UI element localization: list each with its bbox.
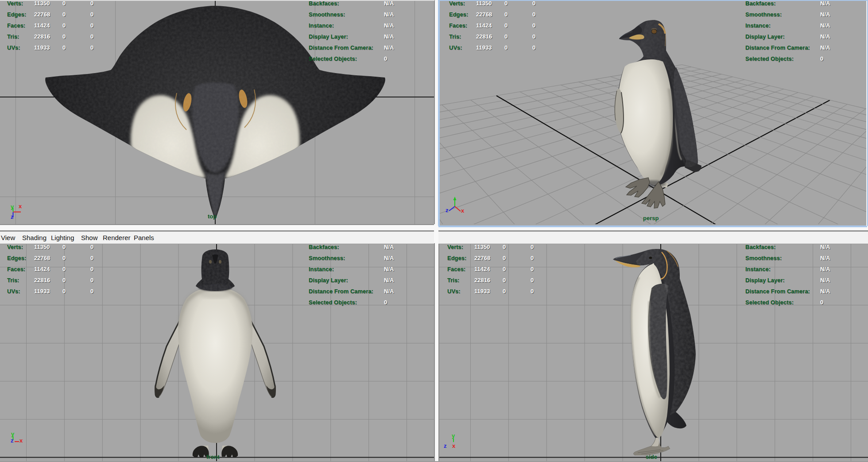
svg-text:x: x — [461, 207, 465, 214]
svg-text:x: x — [19, 203, 22, 210]
svg-text:z: z — [444, 443, 447, 448]
svg-text:x: x — [452, 443, 456, 448]
svg-text:z: z — [11, 437, 14, 444]
svg-text:y: y — [11, 431, 15, 437]
svg-text:y: y — [11, 203, 14, 210]
svg-text:y: y — [452, 432, 455, 439]
svg-text:z: z — [446, 207, 449, 214]
svg-text:x: x — [19, 437, 23, 444]
